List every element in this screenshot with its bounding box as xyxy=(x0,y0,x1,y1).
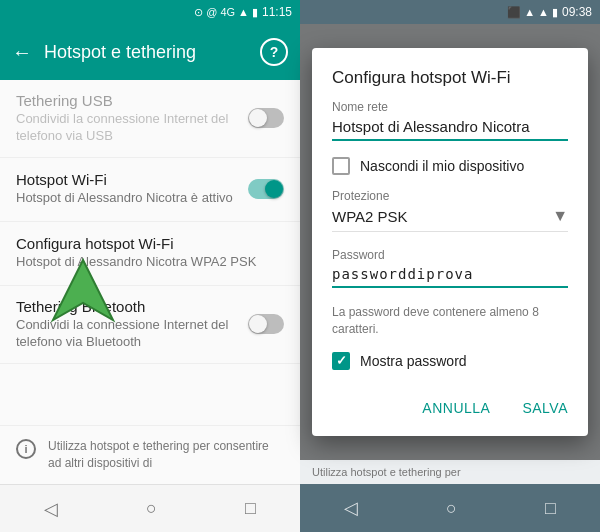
protection-dropdown[interactable]: WPA2 PSK ▼ xyxy=(332,207,568,232)
configure-hotspot-dialog: Configura hotspot Wi-Fi Nome rete Hotspo… xyxy=(312,48,588,436)
setting-sublabel-tethering-usb: Condividi la connessione Internet del te… xyxy=(16,111,240,145)
setting-item-tethering-usb[interactable]: Tethering USB Condividi la connessione I… xyxy=(0,80,300,158)
setting-sublabel-hotspot-wifi: Hotspot di Alessandro Nicotra è attivo xyxy=(16,190,240,207)
setting-item-hotspot-wifi[interactable]: Hotspot Wi-Fi Hotspot di Alessandro Nico… xyxy=(0,158,300,222)
toggle-tethering-bluetooth[interactable] xyxy=(248,314,284,334)
setting-label-tethering-bluetooth: Tethering Bluetooth xyxy=(16,298,240,315)
toggle-hotspot-wifi[interactable] xyxy=(248,179,284,199)
hide-device-row[interactable]: Nascondi il mio dispositivo xyxy=(332,157,568,175)
right-panel: ⬛ ▲ ▲ ▮ 09:38 Configura hotspot Wi-Fi No… xyxy=(300,0,600,532)
dialog-body: Nome rete Hotspot di Alessandro Nicotra … xyxy=(312,100,588,370)
status-bar-left: ⊙ @ 4G ▲ ▮ 11:15 xyxy=(0,0,300,24)
protection-label: Protezione xyxy=(332,189,568,203)
bg-footer-text: Utilizza hotspot e tethering per xyxy=(300,460,600,484)
network-name-value[interactable]: Hotspot di Alessandro Nicotra xyxy=(332,118,568,141)
status-bar-right: ⬛ ▲ ▲ ▮ 09:38 xyxy=(300,0,600,24)
show-password-label: Mostra password xyxy=(360,353,467,369)
nav-home-right[interactable]: ○ xyxy=(446,498,457,519)
nav-recent-right[interactable]: □ xyxy=(545,498,556,519)
show-password-row[interactable]: ✓ Mostra password xyxy=(332,352,568,370)
setting-label-tethering-usb: Tethering USB xyxy=(16,92,240,109)
toggle-tethering-usb[interactable] xyxy=(248,108,284,128)
hide-device-checkbox[interactable] xyxy=(332,157,350,175)
setting-item-tethering-bluetooth[interactable]: Tethering Bluetooth Condividi la conness… xyxy=(0,286,300,364)
wifi-icon-right: ▲ xyxy=(524,6,535,18)
page-title: Hotspot e tethering xyxy=(44,42,248,63)
hide-device-label: Nascondi il mio dispositivo xyxy=(360,158,524,174)
setting-label-configura-hotspot: Configura hotspot Wi-Fi xyxy=(16,235,276,252)
dropdown-arrow-icon: ▼ xyxy=(552,207,568,225)
password-field: Password passworddiprova xyxy=(332,248,568,288)
nav-home-left[interactable]: ○ xyxy=(146,498,157,519)
protection-field: Protezione WPA2 PSK ▼ xyxy=(332,189,568,232)
dialog-background: Configura hotspot Wi-Fi Nome rete Hotspo… xyxy=(300,24,600,460)
nav-back-right[interactable]: ◁ xyxy=(344,497,358,519)
nav-bar-right: ◁ ○ □ xyxy=(300,484,600,532)
dialog-actions: ANNULLA SALVA xyxy=(312,384,588,436)
footer-text: Utilizza hotspot e tethering per consent… xyxy=(48,438,284,472)
show-password-checkbox[interactable]: ✓ xyxy=(332,352,350,370)
status-icons-right: ⬛ ▲ ▲ ▮ xyxy=(507,6,558,19)
status-icons-left: ⊙ @ 4G ▲ ▮ xyxy=(194,6,258,19)
setting-sublabel-configura-hotspot: Hotspot di Alessandro Nicotra WPA2 PSK xyxy=(16,254,276,271)
battery-icon-right: ▮ xyxy=(552,6,558,19)
network-icon: ⊙ xyxy=(194,6,203,19)
protection-value: WPA2 PSK xyxy=(332,208,408,225)
network-name-label: Nome rete xyxy=(332,100,568,114)
save-button[interactable]: SALVA xyxy=(510,392,580,424)
info-icon: i xyxy=(16,439,36,459)
nav-back-left[interactable]: ◁ xyxy=(44,498,58,520)
back-button[interactable]: ← xyxy=(12,41,32,64)
app-bar: ← Hotspot e tethering ? xyxy=(0,24,300,80)
password-hint: La password deve contenere almeno 8 cara… xyxy=(332,304,568,338)
time-right: 09:38 xyxy=(562,5,592,19)
help-button[interactable]: ? xyxy=(260,38,288,66)
nav-bar-left: ◁ ○ □ xyxy=(0,484,300,532)
network-name-field: Nome rete Hotspot di Alessandro Nicotra xyxy=(332,100,568,141)
signal-bars: ▲ xyxy=(238,6,249,18)
footer-info: i Utilizza hotspot e tethering per conse… xyxy=(0,425,300,484)
dialog-overlay: Configura hotspot Wi-Fi Nome rete Hotspo… xyxy=(300,24,600,460)
battery-icon: ▮ xyxy=(252,6,258,19)
settings-list: Tethering USB Condividi la connessione I… xyxy=(0,80,300,425)
password-value[interactable]: passworddiprova xyxy=(332,266,568,288)
setting-label-hotspot-wifi: Hotspot Wi-Fi xyxy=(16,171,240,188)
setting-sublabel-tethering-bluetooth: Condividi la connessione Internet del te… xyxy=(16,317,240,351)
screenshot-icon: ⬛ xyxy=(507,6,521,19)
time-left: 11:15 xyxy=(262,5,292,19)
signal-4g: @ 4G xyxy=(206,6,235,18)
setting-item-configura-hotspot[interactable]: Configura hotspot Wi-Fi Hotspot di Aless… xyxy=(0,222,300,286)
signal-icon-right: ▲ xyxy=(538,6,549,18)
password-label: Password xyxy=(332,248,568,262)
cancel-button[interactable]: ANNULLA xyxy=(410,392,502,424)
dialog-title: Configura hotspot Wi-Fi xyxy=(312,48,588,100)
nav-recent-left[interactable]: □ xyxy=(245,498,256,519)
